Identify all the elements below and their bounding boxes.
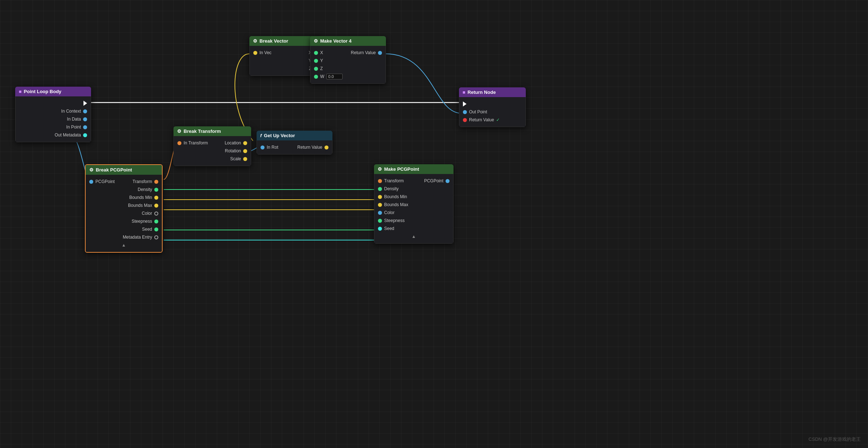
node-body: Out Point Return Value ✓ — [459, 97, 526, 127]
exec-in-pin — [463, 101, 467, 106]
node-body: Transform PCGPoint Density Bounds Min Bo… — [374, 174, 454, 244]
in-transform-row: In Transform Location — [174, 139, 251, 147]
bounds-max-row: Bounds Max — [374, 201, 453, 209]
x-in-pin — [314, 51, 318, 55]
node-title: Break Vector — [259, 38, 288, 44]
check-icon: ✓ — [496, 117, 500, 122]
bounds-min-row: Bounds Min — [374, 193, 453, 201]
in-context-row: In Context — [16, 107, 91, 115]
node-header: ⚙ Make PCGPoint — [374, 164, 454, 174]
expand-arrow[interactable]: ▲ — [86, 241, 162, 249]
node-title: Point Loop Body — [24, 89, 61, 94]
in-rot-pin — [261, 145, 265, 149]
in-transform-pin — [177, 141, 181, 145]
return-pin — [325, 145, 328, 149]
return-pin — [378, 51, 382, 55]
break-transform-node: ⚙ Break Transform In Transform Location … — [173, 126, 251, 166]
in-point-row: In Point — [16, 123, 91, 131]
exec-row — [459, 100, 525, 108]
z-row: Z — [310, 65, 386, 73]
y-row: Y — [310, 57, 386, 65]
header-icon: f — [260, 133, 262, 138]
node-body: In Context In Data In Point Out Metadata — [15, 96, 91, 142]
node-header: ■ Return Node — [459, 87, 526, 97]
x-row: X Return Value — [310, 49, 386, 57]
break-pcgpoint-node: ⚙ Break PCGPoint PCGPoint Transform Dens… — [85, 164, 163, 253]
watermark: CSDN @开发游戏的老王 — [808, 436, 861, 443]
seed-in-pin — [378, 227, 382, 231]
node-title: Get Up Vector — [264, 133, 295, 138]
node-title: Break Transform — [184, 129, 221, 134]
make-vector4-node: ⚙ Make Vector 4 X Return Value Y Z — [310, 36, 386, 84]
color-in-pin — [378, 211, 382, 215]
node-header: ■ Point Loop Body — [15, 87, 91, 96]
node-title: Break PCGPoint — [96, 167, 132, 173]
density-in-pin — [378, 187, 382, 191]
w-input[interactable] — [326, 74, 343, 79]
rotation-row: Rotation — [174, 147, 251, 155]
metadata-pin — [154, 235, 158, 239]
seed-row: Seed — [374, 225, 453, 232]
w-row: W — [310, 73, 386, 81]
return-node: ■ Return Node Out Point Return Value ✓ — [459, 87, 526, 127]
node-body: X Return Value Y Z W — [310, 46, 386, 84]
header-icon: ⚙ — [253, 38, 257, 44]
color-pin — [154, 212, 158, 216]
density-row: Density — [86, 186, 162, 193]
in-data-row: In Data — [16, 115, 91, 123]
header-icon: ⚙ — [378, 166, 382, 172]
seed-row: Seed — [86, 225, 162, 233]
bounds-min-in-pin — [378, 195, 382, 199]
in-data-pin — [83, 117, 87, 121]
steepness-row: Steepness — [86, 217, 162, 225]
in-context-pin — [83, 109, 87, 113]
point-loop-body-node: ■ Point Loop Body In Context In Data — [15, 87, 91, 142]
header-icon: ■ — [463, 90, 465, 95]
node-title: Return Node — [468, 90, 496, 95]
expand-arrow[interactable]: ▲ — [374, 232, 453, 240]
out-metadata-row: Out Metadata — [16, 131, 91, 139]
return-value-row: Return Value ✓ — [459, 116, 525, 124]
density-row: Density — [374, 185, 453, 193]
in-vec-pin — [253, 51, 257, 55]
node-body: PCGPoint Transform Density Bounds Min — [86, 175, 162, 252]
pcgpoint-row: PCGPoint Transform — [86, 178, 162, 186]
bounds-max-row: Bounds Max — [86, 201, 162, 209]
node-header: ⚙ Break Transform — [173, 126, 251, 136]
bounds-max-in-pin — [378, 203, 382, 207]
out-point-pin — [463, 110, 467, 114]
z-in-pin — [314, 67, 318, 71]
node-body: In Transform Location Rotation Scale — [173, 136, 251, 166]
node-body: In Rot Return Value — [257, 140, 332, 155]
in-point-pin — [83, 125, 87, 129]
node-title: Make PCGPoint — [384, 166, 419, 172]
bounds-min-pin — [154, 196, 158, 200]
header-icon: ■ — [19, 89, 22, 94]
exec-out-pin — [83, 101, 87, 106]
w-in-pin — [314, 75, 318, 79]
seed-pin — [154, 227, 158, 231]
steepness-pin — [154, 219, 158, 223]
transform-out-pin — [154, 180, 158, 184]
return-value-pin — [463, 118, 467, 122]
out-metadata-pin — [83, 133, 87, 137]
metadata-row: Metadata Entry — [86, 233, 162, 241]
pcgpoint-out-pin — [446, 179, 450, 183]
color-row: Color — [374, 209, 453, 217]
get-up-vector-node: f Get Up Vector In Rot Return Value — [257, 131, 332, 155]
header-icon: ⚙ — [89, 167, 94, 173]
bounds-min-row: Bounds Min — [86, 193, 162, 201]
y-in-pin — [314, 59, 318, 63]
steepness-in-pin — [378, 219, 382, 223]
make-pcgpoint-node: ⚙ Make PCGPoint Transform PCGPoint Densi… — [374, 164, 454, 244]
steepness-row: Steepness — [374, 217, 453, 225]
in-rot-row: In Rot Return Value — [257, 143, 332, 151]
node-header: ⚙ Make Vector 4 — [310, 36, 386, 46]
rotation-pin — [243, 149, 247, 153]
header-icon: ⚙ — [314, 38, 318, 44]
density-pin — [154, 188, 158, 192]
exec-row — [16, 99, 91, 107]
bounds-max-pin — [154, 204, 158, 208]
pcgpoint-in-pin — [89, 180, 93, 184]
node-header: f Get Up Vector — [257, 131, 332, 140]
